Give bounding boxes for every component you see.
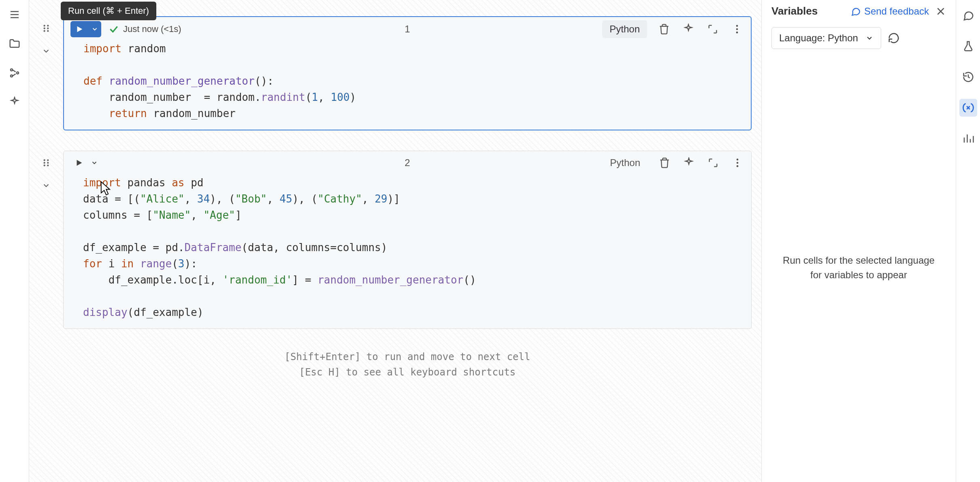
svg-point-26: [737, 162, 739, 164]
code-cell[interactable]: Just now (<1s) 1 Python: [63, 16, 752, 130]
variables-panel: Variables Send feedback Language: Python…: [761, 0, 956, 482]
notebook-area: Run cell (⌘ + Enter): [29, 0, 761, 482]
history-icon[interactable]: [959, 68, 977, 86]
feedback-label: Send feedback: [864, 6, 929, 17]
svg-point-3: [11, 69, 13, 71]
collapse-icon[interactable]: [39, 44, 53, 58]
svg-point-23: [47, 164, 49, 166]
svg-line-6: [13, 70, 16, 72]
code-cell[interactable]: 2 Python: [63, 151, 752, 329]
svg-point-4: [11, 75, 13, 77]
more-icon[interactable]: [730, 22, 744, 36]
svg-point-10: [44, 30, 45, 32]
svg-point-8: [44, 25, 45, 26]
variables-empty-message: Run cells for the selected language for …: [771, 253, 946, 282]
language-selector-label: Language: Python: [779, 32, 858, 44]
svg-point-20: [44, 164, 45, 166]
svg-point-11: [47, 25, 49, 26]
list-icon[interactable]: [6, 6, 23, 23]
code-editor[interactable]: import pandas as pd data = [("Alice", 34…: [64, 175, 751, 328]
folder-icon[interactable]: [6, 36, 23, 52]
status-text: Just now (<1s): [123, 24, 181, 34]
cell-toolbar: Just now (<1s) 1 Python: [64, 17, 751, 41]
close-icon[interactable]: [935, 6, 946, 17]
chat-icon[interactable]: [959, 6, 977, 24]
more-icon[interactable]: [730, 156, 745, 170]
cell-toolbar: 2 Python: [64, 151, 751, 175]
run-button-group: [70, 155, 101, 171]
svg-point-18: [44, 159, 45, 161]
sparkle-icon[interactable]: [6, 94, 23, 110]
drag-handle-icon[interactable]: [39, 156, 53, 170]
svg-point-13: [47, 30, 49, 32]
svg-point-22: [47, 162, 49, 164]
svg-point-25: [737, 159, 739, 161]
svg-line-7: [13, 74, 16, 76]
hint-line: [Esc H] to see all keyboard shortcuts: [63, 365, 752, 380]
cell-number: 1: [405, 23, 410, 35]
left-rail: [0, 0, 29, 482]
cell-number: 2: [405, 157, 410, 168]
svg-point-17: [736, 32, 738, 34]
trash-icon[interactable]: [657, 22, 671, 36]
panel-title: Variables: [771, 5, 818, 17]
run-menu-chevron-icon[interactable]: [88, 155, 101, 171]
svg-point-15: [736, 25, 738, 27]
svg-point-16: [736, 28, 738, 30]
svg-point-19: [44, 162, 45, 164]
expand-icon[interactable]: [706, 156, 720, 170]
sparkle-action-icon[interactable]: [682, 156, 696, 170]
svg-point-21: [47, 159, 49, 161]
svg-marker-24: [77, 160, 82, 166]
tree-icon[interactable]: [6, 65, 23, 81]
drag-handle-icon[interactable]: [39, 21, 53, 36]
trash-icon[interactable]: [657, 156, 672, 170]
keyboard-hints: [Shift+Enter] to run and move to next ce…: [63, 349, 752, 380]
cell-block-1: Just now (<1s) 1 Python: [63, 16, 752, 130]
run-menu-chevron-icon[interactable]: [88, 21, 101, 37]
svg-point-12: [47, 28, 49, 29]
variables-icon[interactable]: [959, 99, 977, 117]
svg-marker-14: [77, 26, 83, 32]
run-button[interactable]: [70, 155, 88, 171]
cell-block-2: 2 Python: [63, 151, 752, 329]
svg-point-27: [737, 165, 739, 167]
run-cell-tooltip: Run cell (⌘ + Enter): [61, 2, 156, 20]
collapse-icon[interactable]: [39, 178, 53, 193]
language-badge[interactable]: Python: [603, 154, 648, 172]
chart-icon[interactable]: [959, 130, 977, 147]
code-editor[interactable]: import random def random_number_generato…: [64, 41, 751, 130]
send-feedback-link[interactable]: Send feedback: [850, 6, 929, 17]
refresh-icon[interactable]: [888, 32, 900, 44]
right-rail: [956, 0, 980, 482]
sparkle-action-icon[interactable]: [681, 22, 696, 36]
svg-point-5: [17, 72, 19, 74]
language-badge[interactable]: Python: [602, 20, 647, 38]
success-check-icon: [109, 24, 119, 34]
flask-icon[interactable]: [959, 37, 977, 55]
hint-line: [Shift+Enter] to run and move to next ce…: [63, 349, 752, 365]
chevron-down-icon: [865, 34, 873, 42]
language-selector[interactable]: Language: Python: [771, 27, 881, 49]
run-button-group: [70, 21, 101, 37]
expand-icon[interactable]: [705, 22, 720, 36]
run-button[interactable]: [70, 21, 88, 37]
execution-status: Just now (<1s): [109, 24, 181, 34]
svg-point-9: [44, 28, 45, 29]
